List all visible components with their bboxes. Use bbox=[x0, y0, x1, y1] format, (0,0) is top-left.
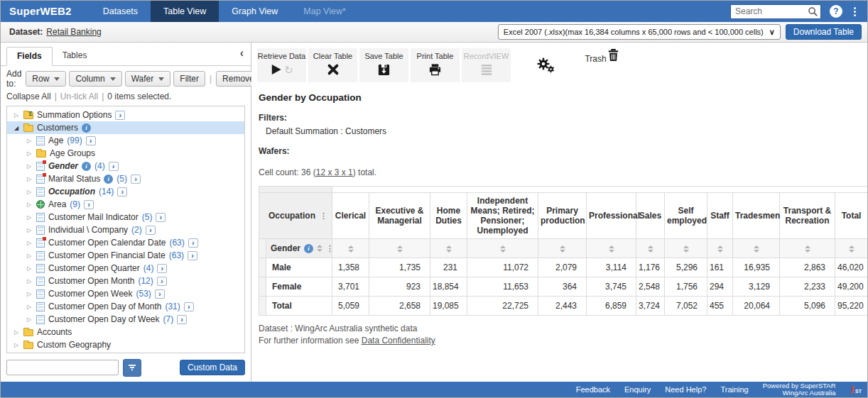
expand-caret-icon[interactable]: ▷ bbox=[26, 227, 33, 233]
collapse-panel-icon[interactable]: ‹ bbox=[240, 48, 244, 59]
data-cell[interactable]: 3,724 bbox=[636, 297, 665, 316]
column-header-self-employed[interactable]: Self employed bbox=[665, 193, 707, 239]
footer-link-need-help[interactable]: Need Help? bbox=[665, 385, 706, 394]
tab-table-view[interactable]: Table View bbox=[151, 1, 219, 22]
expand-caret-icon[interactable]: ▷ bbox=[26, 240, 33, 246]
expand-caret-icon[interactable]: ▷ bbox=[26, 265, 33, 272]
data-cell[interactable]: 3,114 bbox=[587, 258, 636, 277]
data-cell[interactable]: 46,020 bbox=[835, 258, 868, 277]
sort-icon[interactable] bbox=[348, 245, 354, 253]
expand-caret-icon[interactable]: ▷ bbox=[26, 176, 33, 182]
cell-count-link[interactable]: 12 x 3 x 1 bbox=[316, 167, 353, 177]
data-cell[interactable]: 2,548 bbox=[636, 277, 665, 297]
sort-icon[interactable] bbox=[683, 245, 689, 253]
data-cell[interactable]: 6,859 bbox=[587, 297, 636, 316]
field-search-input[interactable] bbox=[6, 360, 119, 375]
tree-item-gender[interactable]: ▷Genderi(4)› bbox=[7, 160, 244, 172]
data-cell[interactable]: 1,756 bbox=[665, 277, 707, 297]
untick-all-link[interactable]: Un-tick All bbox=[60, 92, 98, 101]
column-header-professional[interactable]: Professional bbox=[587, 193, 636, 239]
drilldown-icon[interactable]: › bbox=[157, 277, 167, 286]
data-cell[interactable]: 11,072 bbox=[467, 258, 538, 277]
save-table-button[interactable]: Save Table bbox=[359, 48, 408, 82]
data-cell[interactable]: 1,735 bbox=[369, 258, 430, 277]
data-cell[interactable]: 5,296 bbox=[665, 258, 707, 277]
drilldown-icon[interactable]: › bbox=[131, 175, 141, 184]
sort-icon[interactable] bbox=[754, 245, 759, 253]
drilldown-icon[interactable]: › bbox=[146, 226, 156, 235]
expand-caret-icon[interactable]: ▷ bbox=[26, 189, 33, 195]
info-icon[interactable]: i bbox=[82, 123, 91, 133]
data-cell[interactable]: 364 bbox=[538, 277, 587, 297]
sort-icon[interactable] bbox=[609, 245, 614, 253]
filter-button[interactable]: Filter bbox=[173, 71, 205, 87]
tree-item-accounts[interactable]: ▷Accounts bbox=[7, 326, 244, 338]
column-sort-cell[interactable] bbox=[835, 239, 868, 258]
data-cell[interactable]: 455 bbox=[707, 297, 733, 316]
row-header[interactable]: Total bbox=[266, 297, 332, 316]
search-icon[interactable] bbox=[808, 6, 818, 17]
column-header-tradesmen[interactable]: Tradesmen bbox=[733, 193, 780, 239]
data-cell[interactable]: 5,096 bbox=[780, 297, 835, 316]
drilldown-icon[interactable]: › bbox=[177, 315, 187, 324]
column-sort-cell[interactable] bbox=[665, 239, 707, 258]
data-cell[interactable]: 22,725 bbox=[467, 297, 538, 316]
field-filter-button[interactable] bbox=[123, 359, 141, 377]
column-header-clerical[interactable]: Clerical bbox=[332, 193, 369, 239]
data-cell[interactable]: 3,745 bbox=[587, 277, 636, 297]
print-table-button[interactable]: Print Table bbox=[411, 48, 460, 82]
tab-map-view[interactable]: Map View* bbox=[291, 1, 359, 22]
data-cell[interactable]: 1,176 bbox=[636, 258, 665, 277]
tree-item-individual-company[interactable]: ▷Individual \ Company(2)› bbox=[7, 223, 244, 236]
tree-item-customer-open-calendar-date[interactable]: ▷Customer Open Calendar Date(63)› bbox=[7, 236, 244, 249]
data-cell[interactable]: 95,220 bbox=[835, 297, 868, 316]
data-cell[interactable]: 2,233 bbox=[780, 277, 835, 297]
info-icon[interactable]: i bbox=[104, 175, 113, 184]
column-header-transport-recreation[interactable]: Transport & Recreation bbox=[780, 193, 835, 239]
sort-icon[interactable] bbox=[397, 245, 403, 253]
expand-caret-icon[interactable]: ▷ bbox=[13, 329, 20, 336]
row-field-header[interactable]: Genderi⋮ bbox=[266, 239, 332, 258]
data-cell[interactable]: 2,658 bbox=[369, 297, 430, 316]
table-options-gear-button[interactable] bbox=[526, 48, 565, 82]
help-icon[interactable]: ? bbox=[830, 5, 842, 18]
data-cell[interactable]: 2,079 bbox=[538, 258, 587, 277]
tree-item-customer-open-day-of-week[interactable]: ▷Customer Open Day of Week(7)› bbox=[7, 313, 244, 326]
expand-caret-icon[interactable]: ▷ bbox=[26, 150, 33, 157]
row-header[interactable]: Male bbox=[266, 258, 332, 277]
expand-caret-icon[interactable]: ▷ bbox=[26, 316, 33, 323]
tree-item-age-groups[interactable]: ▷Age Groups bbox=[7, 147, 244, 160]
data-cell[interactable]: 231 bbox=[430, 258, 467, 277]
drilldown-icon[interactable]: › bbox=[115, 111, 125, 120]
column-header-staff[interactable]: Staff bbox=[707, 193, 733, 239]
drilldown-icon[interactable]: › bbox=[155, 289, 165, 299]
sort-icon[interactable] bbox=[717, 245, 723, 253]
tree-item-age[interactable]: ▷Age(99)› bbox=[7, 134, 244, 147]
data-cell[interactable]: 161 bbox=[707, 258, 733, 277]
info-icon[interactable]: i bbox=[82, 162, 91, 171]
drilldown-icon[interactable]: › bbox=[184, 302, 194, 311]
column-field-header[interactable]: Occupation⋮ bbox=[259, 193, 332, 239]
data-cell[interactable]: 294 bbox=[707, 277, 733, 297]
column-sort-cell[interactable] bbox=[430, 239, 467, 258]
tree-item-customer-open-month[interactable]: ▷Customer Open Month(12)› bbox=[7, 275, 244, 287]
data-cell[interactable]: 2,863 bbox=[780, 258, 835, 277]
expand-caret-icon[interactable]: ▷ bbox=[26, 278, 33, 284]
drilldown-icon[interactable]: › bbox=[86, 136, 96, 145]
tree-item-occupation[interactable]: ▷Occupation(14)› bbox=[7, 185, 244, 198]
tree-item-customer-open-day-of-month[interactable]: ▷Customer Open Day of Month(31)› bbox=[7, 300, 244, 313]
column-sort-cell[interactable] bbox=[780, 239, 835, 258]
column-header-primary-production[interactable]: Primary production bbox=[538, 193, 587, 239]
expand-caret-icon[interactable]: ▷ bbox=[26, 304, 33, 310]
data-cell[interactable]: 3,129 bbox=[733, 277, 780, 297]
tree-item-customer-open-quarter[interactable]: ▷Customer Open Quarter(4)› bbox=[7, 262, 244, 275]
column-sort-cell[interactable] bbox=[538, 239, 587, 258]
data-cell[interactable]: 18,854 bbox=[430, 277, 467, 297]
column-header-total[interactable]: Total bbox=[835, 193, 868, 239]
sort-icon[interactable] bbox=[560, 245, 565, 253]
data-cell[interactable]: 5,059 bbox=[332, 297, 369, 316]
menu-kebab-icon[interactable] bbox=[851, 6, 859, 18]
data-cell[interactable]: 3,701 bbox=[332, 277, 369, 297]
drilldown-icon[interactable]: › bbox=[157, 264, 167, 273]
collapse-caret-icon[interactable]: ◢ bbox=[13, 125, 20, 131]
